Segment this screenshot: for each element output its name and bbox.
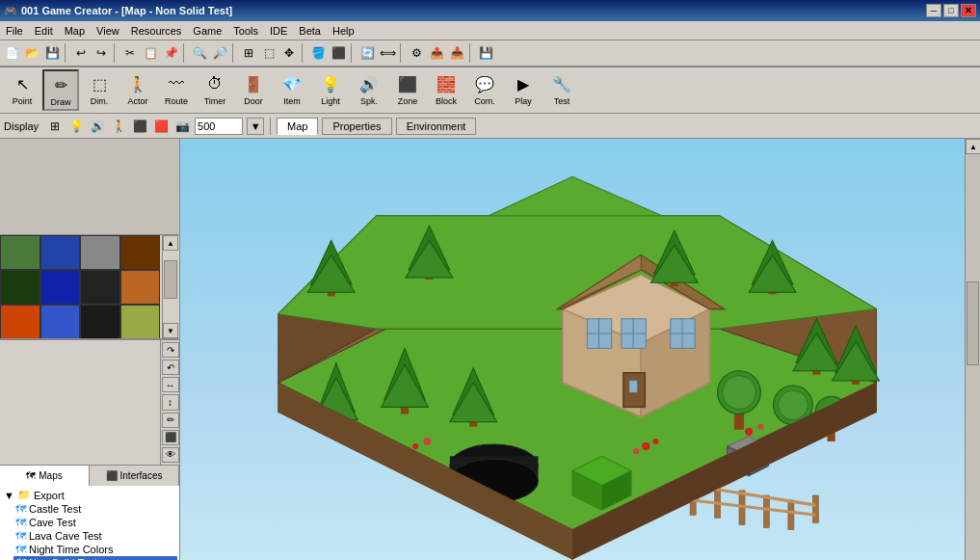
tb-import[interactable]: 📥 [447,43,466,63]
flip-v-btn[interactable]: ↕ [162,394,179,410]
tb-zoom-in[interactable]: 🔍 [190,43,209,63]
tb-redo[interactable]: ↪ [92,43,111,63]
tool-draw[interactable]: ✏ Draw [42,69,79,111]
palette-tile-moss[interactable] [120,305,161,339]
minimize-button[interactable]: ─ [926,4,941,17]
tb-select[interactable]: ⬚ [259,43,278,63]
tool-dim[interactable]: ⬚ Dim. [81,69,118,109]
viewport[interactable] [180,139,965,560]
tool-route[interactable]: 〰 Route [158,69,195,109]
tab-interfaces[interactable]: ⬛ Interfaces [90,466,179,486]
palette-tile-water[interactable] [40,235,81,270]
rotate-cw-btn[interactable]: ↷ [162,342,179,358]
tb-paste[interactable]: 📌 [161,43,180,63]
palette-scroll-up[interactable]: ▲ [163,235,178,251]
vscroll-up[interactable]: ▲ [966,139,980,154]
tb-zoom-out[interactable]: 🔎 [210,43,229,63]
tb-open[interactable]: 📂 [22,43,41,63]
palette-tile-dirt[interactable] [120,235,161,270]
menu-edit[interactable]: Edit [29,23,59,39]
dim-icon: ⬚ [88,72,111,95]
eye-btn[interactable]: 👁 [162,447,179,463]
palette-tile-blue[interactable] [40,305,81,339]
titlebar: 🎮 001 Game Creator - [Map - Non Solid Te… [0,0,980,21]
tool-spk[interactable]: 🔊 Spk. [351,69,387,109]
tb-save-all[interactable]: 💾 [476,43,495,63]
flip-h-btn[interactable]: ↔ [162,377,179,392]
tool-test[interactable]: 🔧 Test [543,69,580,109]
tb-save[interactable]: 💾 [42,43,62,63]
close-button[interactable]: ✕ [961,4,976,17]
palette-tile-grass[interactable] [0,235,40,270]
tool-actor[interactable]: 🚶 Actor [119,69,156,109]
tree-root-export[interactable]: ▼ 📁 Export [2,488,177,502]
tool-block[interactable]: 🧱 Block [428,69,464,109]
vscroll-thumb[interactable] [967,281,979,366]
tool-door[interactable]: 🚪 Door [235,69,272,109]
display-icon-box[interactable]: ⬛ [131,118,148,135]
tab-map[interactable]: Map [277,118,318,135]
palette-tile-deepwater[interactable] [40,270,81,305]
tb-new[interactable]: 📄 [2,43,21,63]
menu-help[interactable]: Help [327,23,360,39]
tb-export[interactable]: 📤 [427,43,446,63]
maximize-button[interactable]: □ [943,4,959,17]
tool-point[interactable]: ↖ Point [4,69,40,109]
tool-zone[interactable]: ⬛ Zone [389,69,426,109]
menu-beta[interactable]: Beta [293,23,327,39]
tb-erase[interactable]: ⬛ [329,43,348,63]
tool-light[interactable]: 💡 Light [312,69,349,109]
svg-point-52 [757,424,763,430]
tool-timer[interactable]: ⏱ Timer [197,69,233,109]
toolbar-row-1: 📄 📂 💾 ↩ ↪ ✂ 📋 📌 🔍 🔎 ⊞ ⬚ ✥ 🪣 ⬛ 🔄 ⟺ ⚙ 📤 📥 … [2,42,978,64]
tb-copy[interactable]: 📋 [141,43,160,63]
display-icon-grid[interactable]: ⊞ [46,118,64,135]
menu-file[interactable]: File [0,23,29,39]
pencil-btn[interactable]: ✏ [162,413,179,428]
tb-settings[interactable]: ⚙ [407,43,426,63]
tb-rotate[interactable]: 🔄 [358,43,377,63]
menu-map[interactable]: Map [59,23,91,39]
tree-item-non-solid[interactable]: 🗺 Non Solid Test [13,556,177,560]
tool-item[interactable]: 💎 Item [274,69,310,109]
tree-item-night-time[interactable]: 🗺 Night Time Colors [13,543,177,556]
palette-tile-lava[interactable] [0,305,40,339]
tree-item-cave-test[interactable]: 🗺 Cave Test [13,516,177,529]
zoom-input[interactable] [195,118,243,135]
display-icon-light[interactable]: 💡 [67,118,85,135]
palette-scroll-down[interactable]: ▼ [163,323,178,338]
tab-properties[interactable]: Properties [322,118,391,135]
display-icon-fill[interactable]: 🟥 [152,118,170,135]
palette-tile-stone[interactable] [80,235,120,270]
menu-resources[interactable]: Resources [125,23,188,39]
display-icon-sound[interactable]: 🔊 [89,118,106,135]
zoom-dropdown[interactable]: ▼ [247,118,264,135]
palette-tile-darkstone[interactable] [80,305,120,339]
eraser-btn[interactable]: ⬛ [162,430,179,445]
tab-maps[interactable]: 🗺 Maps [0,466,90,486]
tool-play[interactable]: ▶ Play [505,69,542,109]
menu-view[interactable]: View [91,23,125,39]
palette-scroll-thumb[interactable] [164,260,177,299]
display-icon-camera[interactable]: 📷 [173,118,191,135]
tool-com[interactable]: 💬 Com. [466,69,503,109]
tab-environment[interactable]: Environment [396,118,477,135]
tb-undo[interactable]: ↩ [71,43,91,63]
tb-flip[interactable]: ⟺ [378,43,397,63]
tree-item-lava-cave[interactable]: 🗺 Lava Cave Test [13,529,177,543]
tb-move[interactable]: ✥ [279,43,299,63]
menu-tools[interactable]: Tools [227,23,264,39]
palette-tile-darkgrass[interactable] [0,270,40,305]
tb-fill[interactable]: 🪣 [308,43,328,63]
tb-grid[interactable]: ⊞ [239,43,258,63]
tile-palette[interactable]: ▲ ▼ [0,235,179,339]
tree-item-castle-test[interactable]: 🗺 Castle Test [13,502,177,516]
palette-tile-brown[interactable] [120,270,161,305]
tb-cut[interactable]: ✂ [120,43,140,63]
vscroll-track[interactable] [966,154,980,560]
rotate-ccw-btn[interactable]: ↶ [162,360,179,375]
menu-game[interactable]: Game [187,23,227,39]
palette-tile-black[interactable] [80,270,120,305]
menu-ide[interactable]: IDE [264,23,293,39]
display-icon-actor[interactable]: 🚶 [110,118,127,135]
